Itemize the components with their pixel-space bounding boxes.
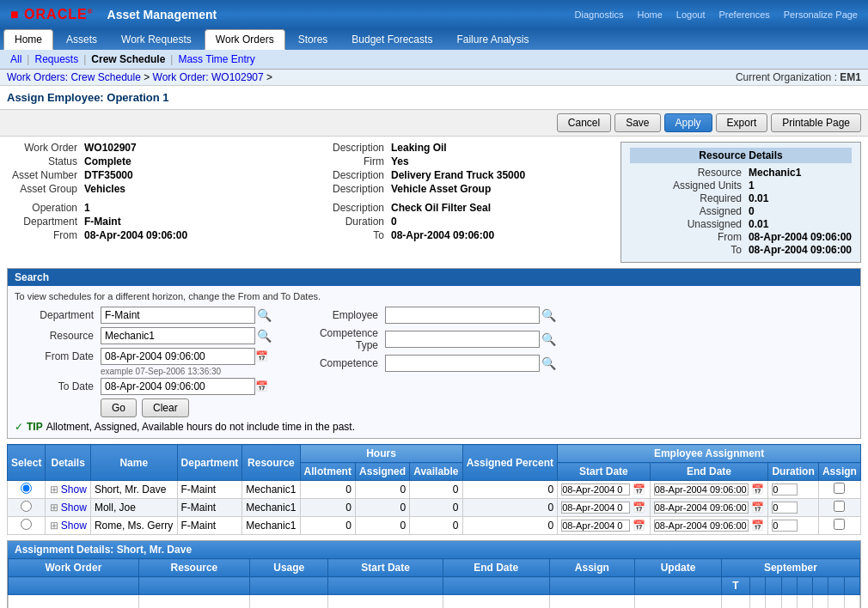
end-date-input[interactable]: [654, 483, 749, 496]
assign-cell[interactable]: [818, 499, 860, 517]
nav-personalize[interactable]: Personalize Page: [784, 9, 858, 20]
duration-input[interactable]: [772, 520, 798, 532]
assigned-pct-cell: 0: [462, 499, 558, 517]
start-date-input[interactable]: [561, 502, 630, 514]
subtab-all[interactable]: All: [7, 52, 25, 67]
go-button[interactable]: Go: [101, 398, 137, 417]
expand-cell[interactable]: ⊞ Show: [46, 499, 90, 517]
tab-budget-forecasts[interactable]: Budget Forecasts: [340, 29, 443, 50]
tab-work-requests[interactable]: Work Requests: [110, 29, 203, 50]
show-link[interactable]: Show: [61, 483, 87, 496]
end-date-calendar-icon[interactable]: 📅: [751, 502, 764, 514]
duration-input[interactable]: [772, 502, 798, 514]
end-date-calendar-icon[interactable]: 📅: [751, 483, 764, 496]
end-date-cell[interactable]: 📅: [650, 499, 768, 517]
employee-search-icon[interactable]: 🔍: [541, 308, 556, 322]
competence-type-input[interactable]: [385, 331, 540, 348]
to-date-calendar-icon[interactable]: 📅: [255, 380, 268, 392]
clear-button[interactable]: Clear: [142, 398, 189, 417]
select-radio-cell[interactable]: [8, 481, 46, 499]
subtab-mass-time-entry[interactable]: Mass Time Entry: [174, 52, 258, 67]
select-radio[interactable]: [21, 483, 32, 494]
competence-search-icon[interactable]: 🔍: [541, 356, 556, 370]
employee-input[interactable]: [385, 307, 540, 324]
apply-button[interactable]: Apply: [664, 113, 712, 132]
tab-work-orders[interactable]: Work Orders: [205, 29, 285, 50]
name-cell: Short, Mr. Dave: [90, 481, 177, 499]
expand-icon[interactable]: ⊞: [50, 483, 58, 496]
expand-icon[interactable]: ⊞: [50, 502, 58, 514]
assign-th-assign: Assign: [549, 559, 634, 577]
printable-page-button[interactable]: Printable Page: [771, 113, 861, 132]
assign-th-start: Start Date: [328, 559, 443, 577]
to-date-input[interactable]: [101, 378, 255, 395]
save-button[interactable]: Save: [614, 113, 660, 132]
resource-cell: Mechanic1: [242, 481, 300, 499]
end-date-input[interactable]: [654, 502, 749, 514]
subtab-crew-schedule[interactable]: Crew Schedule: [88, 52, 168, 67]
show-link[interactable]: Show: [61, 520, 87, 532]
subtab-requests[interactable]: Requests: [31, 52, 82, 67]
from-date-input[interactable]: [101, 348, 255, 365]
start-date-input[interactable]: [561, 520, 630, 532]
end-date-cell[interactable]: 📅: [650, 481, 768, 499]
resource-input[interactable]: [101, 327, 255, 344]
name-cell: Rome, Ms. Gerry: [90, 517, 177, 535]
assign-checkbox[interactable]: [834, 501, 845, 512]
from-date-calendar-icon[interactable]: 📅: [255, 350, 268, 362]
tab-assets[interactable]: Assets: [55, 29, 108, 50]
search-title: Search: [8, 269, 860, 286]
end-date-input[interactable]: [654, 520, 749, 532]
duration-label: Duration: [314, 216, 391, 228]
start-date-input[interactable]: [561, 483, 630, 496]
end-date-cell[interactable]: 📅: [650, 517, 768, 535]
start-date-calendar-icon[interactable]: 📅: [633, 483, 645, 496]
start-date-cell[interactable]: 📅: [558, 481, 651, 499]
select-radio-cell[interactable]: [8, 517, 46, 535]
resource-search-icon[interactable]: 🔍: [257, 329, 272, 343]
duration-input[interactable]: [772, 483, 798, 496]
export-button[interactable]: Export: [716, 113, 768, 132]
select-radio-cell[interactable]: [8, 499, 46, 517]
competence-type-search-icon[interactable]: 🔍: [541, 332, 556, 346]
expand-cell[interactable]: ⊞ Show: [46, 517, 90, 535]
duration-cell[interactable]: [768, 481, 818, 499]
breadcrumb-work-order[interactable]: Work Order: WO102907: [153, 71, 264, 83]
expand-icon[interactable]: ⊞: [50, 520, 58, 532]
tab-failure-analysis[interactable]: Failure Analysis: [445, 29, 540, 50]
select-radio[interactable]: [21, 519, 32, 530]
breadcrumb-work-orders[interactable]: Work Orders: Crew Schedule: [7, 71, 141, 83]
competence-label: Competence: [299, 357, 385, 369]
start-date-cell[interactable]: 📅: [558, 499, 651, 517]
start-date-calendar-icon[interactable]: 📅: [633, 502, 645, 514]
dept-search-icon[interactable]: 🔍: [257, 308, 272, 322]
show-link[interactable]: Show: [61, 502, 87, 514]
start-date-calendar-icon[interactable]: 📅: [633, 520, 645, 532]
duration-cell[interactable]: [768, 499, 818, 517]
nav-logout[interactable]: Logout: [676, 9, 706, 20]
competence-input[interactable]: [385, 355, 540, 372]
end-date-calendar-icon[interactable]: 📅: [751, 520, 764, 532]
nav-diagnostics[interactable]: Diagnostics: [575, 9, 624, 20]
assign-checkbox[interactable]: [834, 519, 845, 530]
assign-cell[interactable]: [818, 517, 860, 535]
nav-preferences[interactable]: Preferences: [718, 9, 769, 20]
assign-checkbox[interactable]: [834, 483, 845, 494]
res-to-value: 08-Apr-2004 09:06:00: [749, 244, 852, 256]
th-details: Details: [46, 445, 90, 481]
wo-value: WO102907: [84, 142, 137, 154]
dept-cell: F-Maint: [177, 517, 242, 535]
dept-value: F-Maint: [84, 216, 121, 228]
tab-stores[interactable]: Stores: [287, 29, 339, 50]
assign-cell[interactable]: [818, 481, 860, 499]
select-radio[interactable]: [21, 501, 32, 512]
duration-cell[interactable]: [768, 517, 818, 535]
tab-home[interactable]: Home: [3, 29, 53, 50]
res-resource-label: Resource: [654, 167, 749, 179]
from-date-label: From Date: [15, 350, 101, 362]
department-input[interactable]: [101, 307, 255, 324]
cancel-button[interactable]: Cancel: [557, 113, 611, 132]
nav-home[interactable]: Home: [637, 9, 662, 20]
expand-cell[interactable]: ⊞ Show: [46, 481, 90, 499]
start-date-cell[interactable]: 📅: [558, 517, 651, 535]
